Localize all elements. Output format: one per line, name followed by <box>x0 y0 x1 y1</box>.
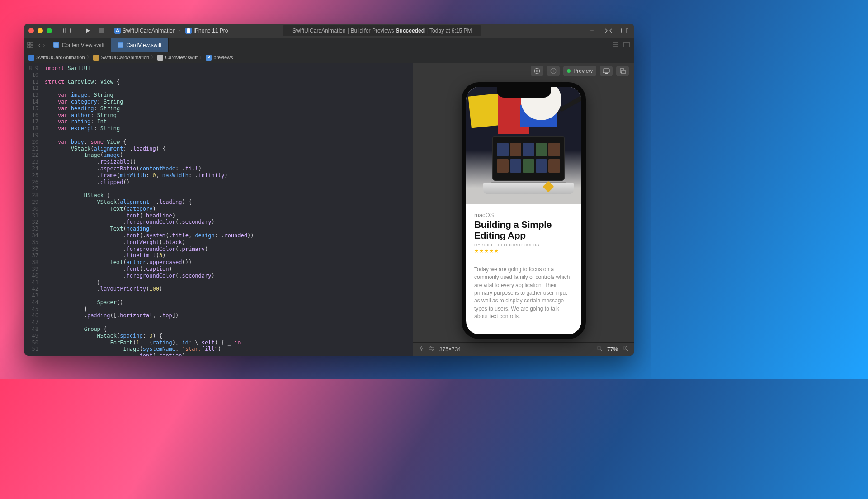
swift-file-icon <box>157 55 163 61</box>
device-icon <box>185 28 192 34</box>
window-controls <box>28 28 52 33</box>
crumb-symbol: previews <box>213 55 233 60</box>
chevron-right-icon: 〉 <box>151 54 156 61</box>
editor-options-icon[interactable] <box>613 41 619 49</box>
svg-line-36 <box>627 350 629 352</box>
folder-icon <box>93 55 99 61</box>
preview-duplicate-button[interactable] <box>616 66 629 76</box>
preview-device-button[interactable] <box>600 66 613 76</box>
related-items-icon[interactable] <box>24 42 37 48</box>
svg-marker-2 <box>86 28 90 33</box>
nav-back-button[interactable]: ‹ <box>38 42 40 48</box>
device-frame: macOS Building a Simple Editing App GABR… <box>462 82 586 339</box>
svg-rect-10 <box>31 42 33 45</box>
laptop-illustration <box>483 136 574 194</box>
tab-contentview[interactable]: ContentView.swift <box>47 38 112 52</box>
swift-file-icon <box>53 42 59 48</box>
property-icon: P <box>206 55 212 61</box>
main-split: 8 9 10 11 12 13 14 15 16 17 18 19 20 21 … <box>24 63 634 356</box>
status-result: Succeeded <box>396 28 425 34</box>
tab-label: CardView.swift <box>126 42 161 48</box>
breadcrumb[interactable]: SwiftUICardAnimation 〉 SwiftUICardAnimat… <box>24 52 634 63</box>
card-excerpt: Today we are going to focus on a commonl… <box>466 259 581 321</box>
adjust-editor-icon[interactable] <box>623 41 630 49</box>
zoom-window-button[interactable] <box>47 28 52 33</box>
card-rating: ★★★★★ <box>474 248 573 254</box>
pin-icon[interactable] <box>419 346 424 353</box>
svg-rect-22 <box>603 69 609 73</box>
swift-file-icon <box>118 42 123 48</box>
svg-rect-0 <box>64 28 71 33</box>
project-icon <box>28 55 34 61</box>
chevron-right-icon: 〉 <box>178 28 183 34</box>
preview-status-pill[interactable]: Preview <box>563 66 596 76</box>
svg-rect-16 <box>624 42 629 47</box>
crumb-project: SwiftUICardAnimation <box>36 55 85 60</box>
minimize-window-button[interactable] <box>38 28 43 33</box>
status-project: SwiftUICardAnimation <box>292 28 345 34</box>
svg-rect-3 <box>99 28 104 33</box>
scheme-project: SwiftUICardAnimation <box>123 28 175 34</box>
status-action: Build for Previews <box>351 28 394 34</box>
card-view: macOS Building a Simple Editing App GABR… <box>466 87 581 334</box>
status-dot-icon <box>567 69 571 73</box>
scheme-selector[interactable]: SwiftUICardAnimation 〉 iPhone 11 Pro <box>114 28 228 34</box>
svg-rect-9 <box>28 42 30 45</box>
device-notch <box>497 87 551 98</box>
library-toggle-icon[interactable] <box>620 26 630 36</box>
preview-toolbar: i Preview <box>413 63 634 79</box>
card-category: macOS <box>474 212 573 218</box>
chevron-right-icon: 〉 <box>87 54 91 61</box>
sidebar-toggle-icon[interactable] <box>62 26 72 36</box>
preview-canvas[interactable]: macOS Building a Simple Editing App GABR… <box>413 79 634 342</box>
preview-inspect-button[interactable]: i <box>547 66 560 76</box>
crumb-folder: SwiftUICardAnimation <box>101 55 150 60</box>
scheme-device: iPhone 11 Pro <box>193 28 228 34</box>
line-gutter: 8 9 10 11 12 13 14 15 16 17 18 19 20 21 … <box>24 63 42 356</box>
tab-cardview[interactable]: CardView.swift <box>111 38 168 52</box>
svg-rect-11 <box>28 46 30 48</box>
xcode-window: SwiftUICardAnimation 〉 iPhone 11 Pro Swi… <box>24 24 634 356</box>
code-content[interactable]: import SwiftUI struct CardView: View { v… <box>42 63 413 356</box>
svg-marker-19 <box>537 70 539 72</box>
nav-forward-button[interactable]: › <box>43 42 45 48</box>
card-heading: Building a Simple Editing App <box>474 219 573 241</box>
zoom-out-button[interactable] <box>596 345 603 353</box>
stop-button[interactable] <box>96 26 106 36</box>
settings-icon[interactable] <box>429 346 435 353</box>
svg-rect-7 <box>621 28 628 33</box>
close-window-button[interactable] <box>28 28 34 33</box>
code-review-button[interactable] <box>604 26 613 36</box>
run-button[interactable] <box>83 26 93 36</box>
crumb-file: CardView.swift <box>165 55 198 60</box>
device-screen: macOS Building a Simple Editing App GABR… <box>466 87 581 334</box>
preview-size: 375×734 <box>439 346 461 353</box>
tab-label: ContentView.swift <box>62 42 105 48</box>
code-editor[interactable]: 8 9 10 11 12 13 14 15 16 17 18 19 20 21 … <box>24 63 413 356</box>
titlebar: SwiftUICardAnimation 〉 iPhone 11 Pro Swi… <box>24 24 634 38</box>
preview-label: Preview <box>573 68 593 74</box>
preview-status-bar: 375×734 77% <box>413 342 634 356</box>
card-image <box>466 87 581 204</box>
svg-rect-25 <box>622 70 625 74</box>
svg-rect-6 <box>187 28 190 33</box>
chevron-right-icon: 〉 <box>199 54 204 61</box>
svg-line-32 <box>600 350 602 352</box>
activity-status[interactable]: SwiftUICardAnimation | Build for Preview… <box>283 25 481 36</box>
zoom-in-button[interactable] <box>623 345 629 353</box>
preview-play-button[interactable] <box>531 66 543 76</box>
svg-point-29 <box>432 349 434 351</box>
add-button[interactable]: ＋ <box>587 26 597 36</box>
preview-pane: i Preview <box>413 63 634 356</box>
zoom-level: 77% <box>607 346 618 353</box>
app-icon <box>114 28 121 34</box>
svg-text:i: i <box>553 69 554 73</box>
card-author: GABRIEL THEODOROPOULOS <box>474 243 573 247</box>
tab-bar: ‹ › ContentView.swift CardView.swift <box>24 38 634 52</box>
status-time: Today at 6:15 PM <box>429 28 472 34</box>
svg-point-27 <box>430 347 432 348</box>
svg-rect-12 <box>31 46 33 48</box>
